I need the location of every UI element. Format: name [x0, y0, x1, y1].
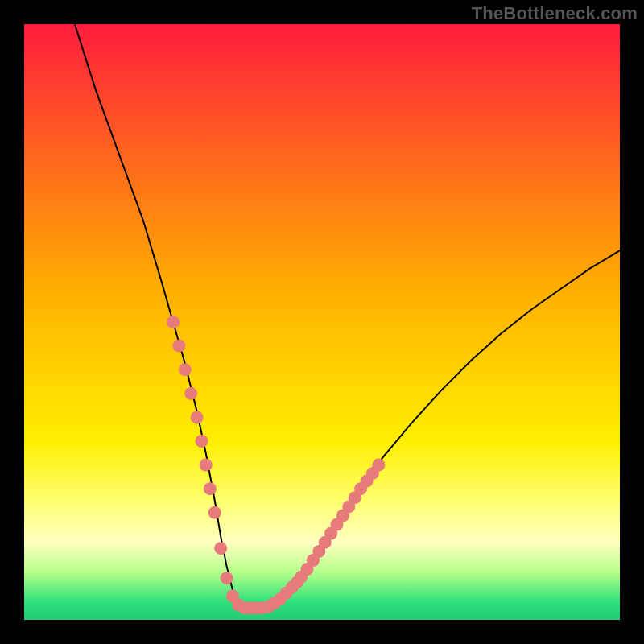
highlight-dot [221, 572, 233, 584]
highlight-dot [204, 482, 217, 495]
highlight-dot [372, 459, 385, 472]
highlight-dot [191, 411, 204, 423]
gradient-background [24, 24, 620, 620]
outer-frame: TheBottleneck.com [0, 0, 644, 644]
highlight-dot [214, 542, 227, 555]
chart-svg [24, 24, 620, 620]
watermark-label: TheBottleneck.com [472, 3, 638, 24]
highlight-dot [167, 316, 180, 328]
highlight-dot [179, 363, 192, 376]
highlight-dot [184, 387, 197, 400]
plot-area [24, 24, 620, 620]
highlight-dot [196, 435, 208, 448]
highlight-dot [208, 506, 221, 519]
highlight-dot [200, 459, 213, 472]
highlight-dot [172, 340, 185, 353]
